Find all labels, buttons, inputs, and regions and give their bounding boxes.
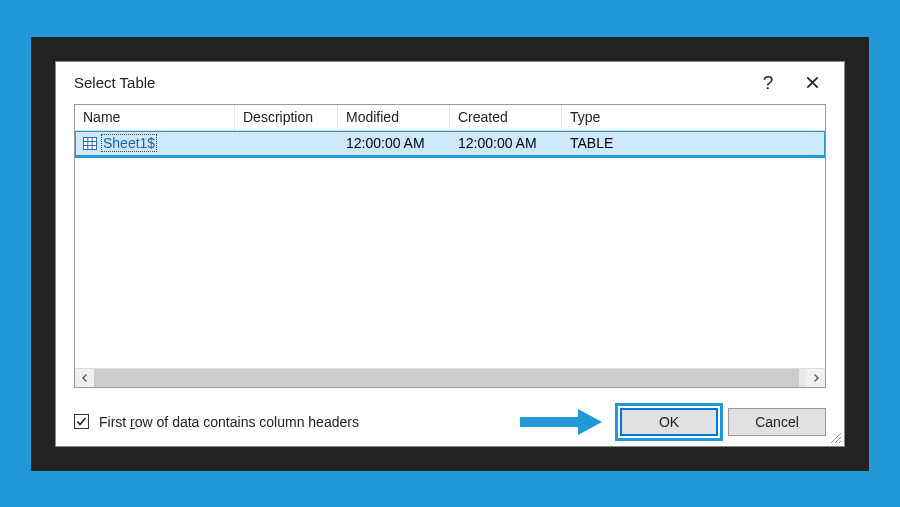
first-row-headers-label[interactable]: First row of data contains column header…: [99, 414, 359, 430]
table-row[interactable]: Sheet1$ 12:00:00 AM 12:00:00 AM TABLE: [75, 131, 825, 156]
close-icon: [806, 76, 819, 89]
chevron-right-icon: [812, 374, 820, 382]
col-header-modified[interactable]: Modified: [338, 105, 450, 130]
column-header-row[interactable]: Name Description Modified Created Type: [75, 105, 825, 131]
check-icon: [76, 416, 87, 427]
cell-type: TABLE: [562, 135, 615, 151]
rows-area[interactable]: Sheet1$ 12:00:00 AM 12:00:00 AM TABLE: [75, 131, 825, 368]
cell-created: 12:00:00 AM: [450, 135, 562, 151]
close-button[interactable]: [790, 67, 834, 99]
svg-rect-5: [520, 417, 578, 427]
title-bar: Select Table ?: [56, 62, 844, 104]
arrow-annotation: [518, 407, 604, 437]
dialog-title: Select Table: [74, 74, 746, 91]
chevron-left-icon: [81, 374, 89, 382]
cell-name: Sheet1$: [75, 134, 235, 152]
row-name-text: Sheet1$: [101, 134, 157, 152]
col-header-created[interactable]: Created: [450, 105, 562, 130]
first-row-headers-checkbox[interactable]: [74, 414, 89, 429]
svg-marker-6: [578, 409, 602, 435]
ok-button[interactable]: OK: [620, 408, 718, 436]
scroll-left-button[interactable]: [75, 368, 94, 387]
select-table-dialog: Select Table ? Name Description Modified…: [55, 61, 845, 447]
col-header-description[interactable]: Description: [235, 105, 338, 130]
bottom-bar: First row of data contains column header…: [56, 398, 844, 446]
scroll-thumb[interactable]: [94, 369, 799, 387]
dialog-body: Name Description Modified Created Type: [56, 104, 844, 398]
cell-modified: 12:00:00 AM: [338, 135, 450, 151]
scroll-right-button[interactable]: [806, 368, 825, 387]
svg-rect-0: [84, 137, 97, 149]
horizontal-scrollbar[interactable]: [75, 368, 825, 387]
cancel-button[interactable]: Cancel: [728, 408, 826, 436]
sheet-icon: [83, 137, 97, 150]
col-header-type[interactable]: Type: [562, 105, 615, 130]
help-button[interactable]: ?: [746, 67, 790, 99]
scroll-track[interactable]: [94, 369, 806, 387]
screenshot-frame: Select Table ? Name Description Modified…: [31, 37, 869, 471]
table-listview[interactable]: Name Description Modified Created Type: [74, 104, 826, 388]
col-header-name[interactable]: Name: [75, 105, 235, 130]
help-icon: ?: [763, 72, 774, 94]
